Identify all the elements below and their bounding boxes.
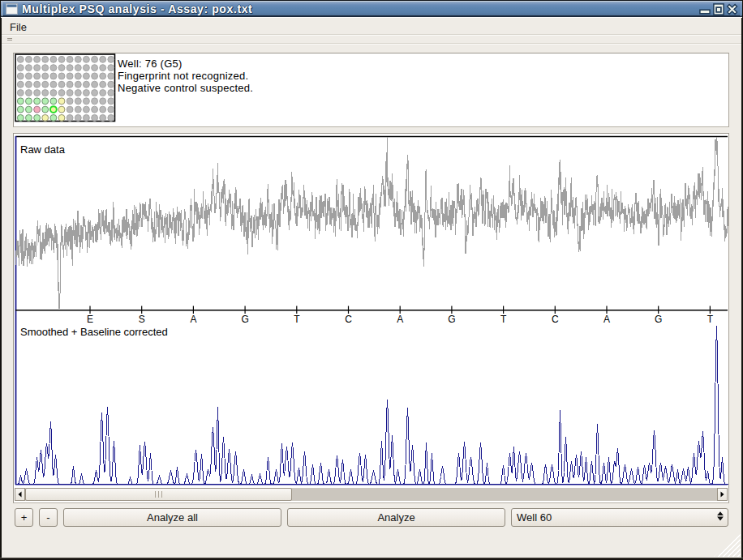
svg-text:T: T [500,314,507,325]
svg-text:A: A [397,314,403,325]
svg-text:C: C [552,314,559,325]
svg-text:G: G [448,314,455,325]
svg-text:G: G [655,314,662,325]
svg-text:C: C [345,314,352,325]
svg-text:G: G [241,314,248,325]
svg-text:S: S [139,314,145,325]
svg-text:A: A [603,314,610,325]
svg-text:A: A [190,314,196,325]
svg-text:E: E [87,314,93,325]
svg-text:T: T [707,314,714,325]
svg-text:T: T [294,314,300,325]
